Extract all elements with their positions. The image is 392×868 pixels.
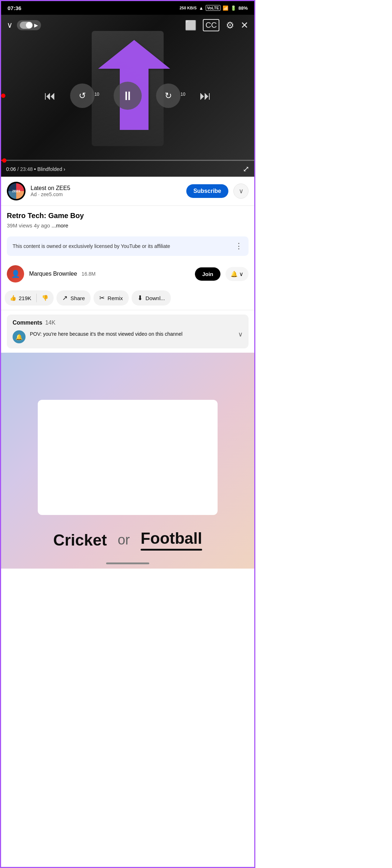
ad-channel-logo: ZEE5 xyxy=(7,182,26,200)
cricket-option: Cricket xyxy=(53,531,107,549)
comments-section[interactable]: Comments 14K 🔔 POV: you're here because … xyxy=(7,315,249,348)
download-icon: ⬇ xyxy=(137,294,143,302)
remix-label: Remix xyxy=(108,295,123,301)
player-top-controls: ∨ ▶ ⬜ CC ⚙ ✕ xyxy=(1,15,254,36)
comments-label: Comments xyxy=(13,320,42,326)
subscribe-button[interactable]: Subscribe xyxy=(186,184,228,198)
player-center-controls: ⏮ ↺ 10 ⏸ ↻ 10 ⏭ xyxy=(1,82,254,110)
license-text: This content is owned or exclusively lic… xyxy=(13,243,231,250)
close-button[interactable]: ✕ xyxy=(241,20,249,31)
remix-button[interactable]: ✂ Remix xyxy=(94,290,129,306)
dislike-button[interactable]: 👎 xyxy=(37,291,54,305)
channel-avatar[interactable]: 👤 xyxy=(7,265,24,282)
avatar-image: 👤 xyxy=(7,265,24,282)
cricket-label: Cricket xyxy=(53,531,107,549)
captions-button[interactable]: CC xyxy=(203,19,219,31)
views-count: 39M views xyxy=(7,222,32,229)
ad-meta: Ad · zee5.com xyxy=(31,191,181,197)
ad-channel-name: Latest on ZEE5 xyxy=(31,185,181,191)
commenter-avatar-emoji: 🔔 xyxy=(15,334,23,340)
cricket-football-row: Cricket or Football xyxy=(1,522,254,554)
football-option: Football xyxy=(141,529,202,551)
time-separator: / xyxy=(17,166,20,172)
comments-count: 14K xyxy=(45,320,55,326)
more-options-button[interactable]: ⋮ xyxy=(235,241,243,251)
like-dislike-section: 👍 219K 👎 xyxy=(5,290,54,306)
video-player[interactable]: ∨ ▶ ⬜ CC ⚙ ✕ ⏮ ↺ 10 ⏸ ↻ xyxy=(1,15,254,177)
ad-label: Ad xyxy=(31,191,37,197)
like-count: 219K xyxy=(19,295,31,301)
status-bar: 07:36 250 KB/S ▲ VoLTE 📶 🔋 88% xyxy=(1,1,254,15)
progress-bar[interactable] xyxy=(1,160,254,161)
football-underline xyxy=(141,549,202,551)
time-display: 0:06 / 23:48 • Blindfolded › xyxy=(6,166,65,172)
rewind-button[interactable]: ↺ xyxy=(70,83,95,108)
player-bottom-controls: 0:06 / 23:48 • Blindfolded › ⤢ xyxy=(1,162,254,177)
network-speed: 250 KB/S xyxy=(179,6,197,10)
time-ago: 4y ago xyxy=(34,222,50,229)
status-time: 07:36 xyxy=(8,5,21,11)
chevron-right-icon: › xyxy=(64,166,65,172)
join-button[interactable]: Join xyxy=(195,267,220,281)
like-button[interactable]: 👍 219K xyxy=(5,291,36,305)
rewind-label: 10 xyxy=(95,92,99,97)
or-option: or xyxy=(118,532,130,548)
remix-icon: ✂ xyxy=(99,294,105,302)
previous-button[interactable]: ⏮ xyxy=(44,89,56,103)
player-top-right: ⬜ CC ⚙ ✕ xyxy=(185,19,249,31)
comments-header: Comments 14K xyxy=(13,320,243,326)
channel-subscribers: 16.8M xyxy=(82,271,96,277)
football-label: Football xyxy=(141,529,202,547)
scroll-indicator xyxy=(106,562,149,564)
or-label: or xyxy=(118,532,130,548)
action-bar: 👍 219K 👎 ↗ Share ✂ Remix ⬇ Downl... xyxy=(1,288,254,310)
bottom-ad-card xyxy=(38,400,218,515)
live-dot xyxy=(1,94,5,98)
toggle-track xyxy=(20,22,33,29)
play-toggle[interactable]: ▶ xyxy=(17,20,41,30)
fullscreen-button[interactable]: ⤢ xyxy=(243,164,249,174)
comment-preview-text: POV: you're here because it's the most v… xyxy=(30,330,231,338)
ad-info: Latest on ZEE5 Ad · zee5.com xyxy=(31,185,181,197)
ad-expand-button[interactable]: ∨ xyxy=(233,184,249,199)
minimize-button[interactable]: ∨ xyxy=(7,21,13,30)
forward-wrap: ↻ 10 xyxy=(156,83,185,108)
cast-button[interactable]: ⬜ xyxy=(185,20,196,31)
signal-icon: 📶 xyxy=(223,5,228,11)
license-notice: This content is owned or exclusively lic… xyxy=(7,236,249,256)
pause-button[interactable]: ⏸ xyxy=(114,82,142,110)
next-button[interactable]: ⏭ xyxy=(200,89,211,103)
wifi-icon: ▲ xyxy=(199,5,204,11)
ad-banner: ZEE5 Latest on ZEE5 Ad · zee5.com Subscr… xyxy=(1,177,254,206)
notification-button[interactable]: 🔔 ∨ xyxy=(225,267,249,281)
bell-icon: 🔔 xyxy=(231,271,238,277)
title-bullet: • xyxy=(34,166,37,172)
video-title-hint: Blindfolded xyxy=(37,166,62,172)
comment-preview: 🔔 POV: you're here because it's the most… xyxy=(13,330,243,343)
settings-button[interactable]: ⚙ xyxy=(226,20,234,31)
video-info: Retro Tech: Game Boy 39M views 4y ago ..… xyxy=(1,206,254,232)
toggle-thumb xyxy=(26,22,32,28)
commenter-avatar: 🔔 xyxy=(13,330,26,343)
bottom-ad-section: Cricket or Football xyxy=(1,353,254,569)
thumbs-down-icon: 👎 xyxy=(42,295,49,301)
ad-separator: · xyxy=(38,191,41,197)
comment-expand-button[interactable]: ∨ xyxy=(238,330,243,338)
chevron-down-icon: ∨ xyxy=(239,187,243,195)
battery-percent: 88% xyxy=(238,5,248,11)
forward-label: 10 xyxy=(181,92,185,97)
thumbs-up-icon: 👍 xyxy=(10,295,17,301)
channel-info: Marques Brownlee 16.8M xyxy=(29,271,190,277)
more-button[interactable]: ...more xyxy=(51,222,68,229)
forward-button[interactable]: ↻ xyxy=(156,83,181,108)
video-title: Retro Tech: Game Boy xyxy=(7,211,249,220)
total-time: 23:48 xyxy=(20,166,33,172)
current-time: 0:06 xyxy=(6,166,16,172)
share-label: Share xyxy=(70,295,85,301)
play-icon: ▶ xyxy=(34,22,38,28)
player-top-left: ∨ ▶ xyxy=(7,20,41,30)
share-button[interactable]: ↗ Share xyxy=(56,290,91,306)
download-button[interactable]: ⬇ Downl... xyxy=(132,290,171,306)
ad-logo-inner: ZEE5 xyxy=(8,183,24,199)
video-meta: 39M views 4y ago ...more xyxy=(7,222,249,229)
